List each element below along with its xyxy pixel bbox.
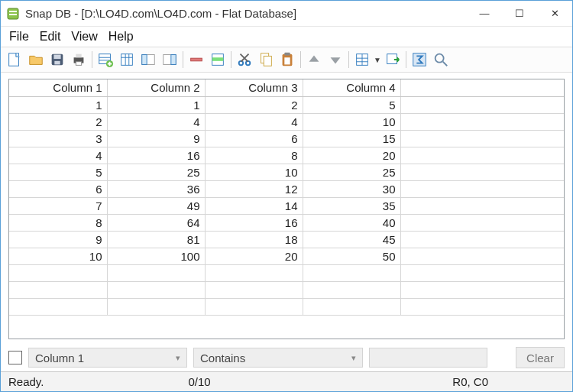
cell[interactable]: 16 <box>107 147 205 164</box>
table-row[interactable]: 9811845 <box>9 231 564 248</box>
table-row[interactable] <box>9 264 564 281</box>
cell[interactable]: 25 <box>107 164 205 180</box>
column-header[interactable]: Column 1 <box>9 79 107 96</box>
sum-button[interactable] <box>409 49 430 70</box>
filter-clear-button[interactable]: Clear <box>516 347 565 368</box>
menu-view[interactable]: View <box>66 28 102 45</box>
filter-value-input[interactable] <box>369 348 487 368</box>
column-header[interactable]: Column 2 <box>107 79 205 96</box>
insert-right-button[interactable] <box>159 49 180 70</box>
delete-row-button[interactable] <box>186 49 207 70</box>
cell[interactable]: 14 <box>205 197 303 214</box>
cell[interactable]: 25 <box>303 164 400 180</box>
move-up-button[interactable] <box>303 49 325 70</box>
table-row[interactable]: 1125 <box>9 96 564 113</box>
cell[interactable]: 4 <box>9 147 107 164</box>
cell[interactable]: 9 <box>107 130 205 147</box>
cell[interactable]: 20 <box>303 147 400 164</box>
table-row[interactable]: 6361230 <box>9 180 564 197</box>
cell[interactable]: 6 <box>9 180 107 197</box>
cell[interactable]: 9 <box>9 231 107 248</box>
cell[interactable]: 10 <box>205 164 303 180</box>
insert-left-button[interactable] <box>138 49 159 70</box>
cell[interactable]: 15 <box>303 130 400 147</box>
cell[interactable]: 1 <box>107 96 205 113</box>
cell[interactable] <box>107 298 205 315</box>
print-button[interactable] <box>68 49 89 70</box>
export-button[interactable] <box>382 49 403 70</box>
cell[interactable]: 49 <box>107 197 205 214</box>
cell[interactable]: 5 <box>9 164 107 180</box>
cell[interactable]: 81 <box>107 231 205 248</box>
grid-box[interactable]: Column 1 Column 2 Column 3 Column 4 1125… <box>8 79 565 339</box>
cell[interactable]: 2 <box>9 113 107 130</box>
cell[interactable]: 2 <box>205 96 303 113</box>
columns-button[interactable] <box>116 49 138 70</box>
cell[interactable] <box>303 281 400 298</box>
table-row[interactable]: 24410 <box>9 113 564 130</box>
cell[interactable]: 30 <box>303 180 400 197</box>
menu-help[interactable]: Help <box>103 28 139 45</box>
cell[interactable]: 7 <box>9 197 107 214</box>
cell[interactable]: 16 <box>205 214 303 231</box>
cell[interactable]: 4 <box>107 113 205 130</box>
new-button[interactable] <box>4 49 25 70</box>
table-row[interactable]: 416820 <box>9 147 564 164</box>
cut-button[interactable] <box>234 49 255 70</box>
cell[interactable]: 4 <box>205 113 303 130</box>
find-button[interactable] <box>430 49 452 70</box>
cell[interactable]: 45 <box>303 231 400 248</box>
grid-options-button[interactable] <box>351 49 373 70</box>
cell[interactable]: 35 <box>303 197 400 214</box>
move-down-button[interactable] <box>325 49 346 70</box>
cell[interactable] <box>205 264 303 281</box>
cell[interactable]: 36 <box>107 180 205 197</box>
cell[interactable] <box>9 264 107 281</box>
open-button[interactable] <box>25 49 47 70</box>
table-row[interactable]: 5251025 <box>9 164 564 180</box>
cell[interactable] <box>205 281 303 298</box>
table-row[interactable]: 8641640 <box>9 214 564 231</box>
cell[interactable]: 1 <box>9 96 107 113</box>
cell[interactable]: 20 <box>205 248 303 264</box>
filter-condition-select[interactable]: Contains ▾ <box>193 348 363 368</box>
minimize-button[interactable]: — <box>467 2 502 25</box>
cell[interactable] <box>303 264 400 281</box>
save-button[interactable] <box>47 49 68 70</box>
menu-edit[interactable]: Edit <box>34 28 66 45</box>
table-row[interactable] <box>9 281 564 298</box>
cell[interactable] <box>9 281 107 298</box>
cell[interactable]: 100 <box>107 248 205 264</box>
copy-button[interactable] <box>255 49 277 70</box>
filter-column-select[interactable]: Column 1 ▾ <box>28 348 187 368</box>
table-row[interactable] <box>9 298 564 315</box>
maximize-button[interactable]: ☐ <box>502 2 537 25</box>
highlight-button[interactable] <box>207 49 228 70</box>
add-row-button[interactable] <box>95 49 116 70</box>
cell[interactable]: 5 <box>303 96 400 113</box>
filter-enable-checkbox[interactable] <box>8 351 22 364</box>
data-grid[interactable]: Column 1 Column 2 Column 3 Column 4 1125… <box>9 79 564 316</box>
cell[interactable] <box>107 281 205 298</box>
cell[interactable] <box>9 298 107 315</box>
cell[interactable] <box>107 264 205 281</box>
cell[interactable]: 18 <box>205 231 303 248</box>
close-button[interactable]: ✕ <box>537 2 572 25</box>
cell[interactable]: 8 <box>205 147 303 164</box>
paste-button[interactable] <box>277 49 298 70</box>
table-row[interactable]: 7491435 <box>9 197 564 214</box>
cell[interactable] <box>303 298 400 315</box>
column-header[interactable]: Column 4 <box>303 79 400 96</box>
cell[interactable]: 10 <box>9 248 107 264</box>
cell[interactable]: 12 <box>205 180 303 197</box>
column-header[interactable]: Column 3 <box>205 79 303 96</box>
cell[interactable]: 6 <box>205 130 303 147</box>
menu-file[interactable]: File <box>4 28 34 45</box>
cell[interactable]: 40 <box>303 214 400 231</box>
cell[interactable]: 50 <box>303 248 400 264</box>
table-row[interactable]: 39615 <box>9 130 564 147</box>
table-row[interactable]: 101002050 <box>9 248 564 264</box>
cell[interactable]: 64 <box>107 214 205 231</box>
cell[interactable] <box>205 298 303 315</box>
cell[interactable]: 3 <box>9 130 107 147</box>
